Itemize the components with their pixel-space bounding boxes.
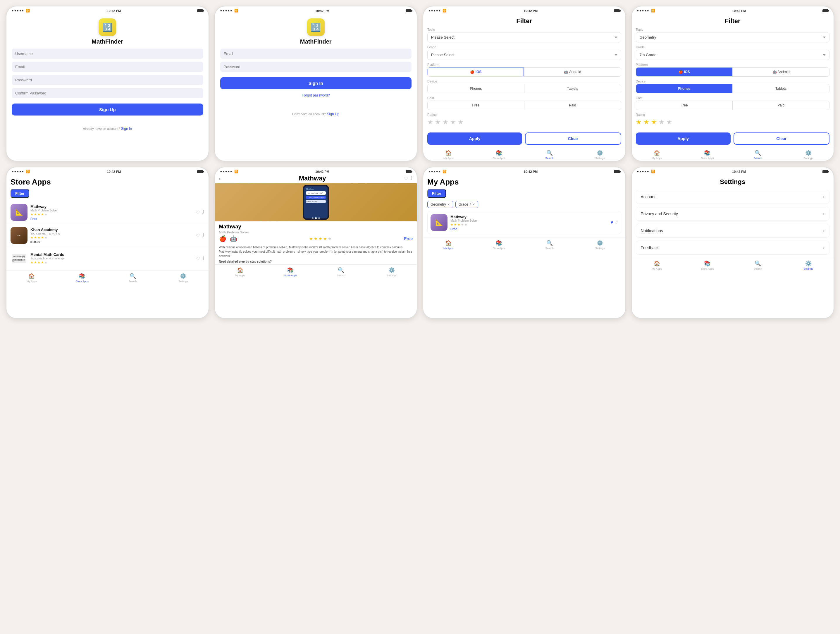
phones-toggle-2[interactable]: Phones (636, 84, 733, 93)
nav-settings-label-store: Settings (178, 280, 188, 283)
phones-toggle-1[interactable]: Phones (428, 84, 524, 93)
nav-myapps-settings[interactable]: 🏠 My Apps (632, 260, 682, 270)
grade7-tag-close[interactable]: ✕ (472, 203, 475, 207)
nav-search-detail[interactable]: 🔍 Search (316, 267, 366, 277)
nav-search-myapps[interactable]: 🔍 Search (524, 240, 575, 250)
star-2-5[interactable]: ★ (666, 118, 672, 126)
bottom-nav-filter1: 🏠 My Apps 📚 Store Apps 🔍 Search ⚙️ Setti… (423, 147, 625, 161)
geometry-tag-close[interactable]: ✕ (447, 203, 450, 207)
nav-settings-detail[interactable]: ⚙️ Settings (366, 267, 417, 277)
nav-myapps-myapps[interactable]: 🏠 My Apps (423, 240, 474, 250)
star-1-1[interactable]: ★ (427, 118, 433, 126)
grade-select-2[interactable]: 7th Grade Please Select 8th Grade (636, 50, 830, 60)
khan-heart-store[interactable]: ♡ (196, 233, 200, 238)
nav-myapps-detail[interactable]: 🏠 My Apps (215, 267, 265, 277)
list-item: KA Khan Academy You can learn anything ★… (6, 224, 208, 247)
cards-share-store[interactable]: ⤴ (202, 256, 204, 262)
grade-select-1[interactable]: Please Select 7th Grade 8th Grade (427, 50, 621, 60)
free-toggle-1[interactable]: Free (428, 101, 524, 110)
ios-toggle-1[interactable]: 🍎 iOS (428, 68, 524, 76)
detail-heart-top[interactable]: ♡ (404, 176, 408, 181)
nav-settings-filter2[interactable]: ⚙️ Settings (783, 150, 834, 160)
nav-search-store[interactable]: 🔍 Search (107, 273, 158, 283)
settings-account[interactable]: Account › (636, 190, 830, 204)
nav-myapps-filter1[interactable]: 🏠 My Apps (423, 150, 474, 160)
email-input-signup[interactable] (12, 62, 203, 72)
paid-toggle-2[interactable]: Paid (733, 101, 829, 110)
tablets-toggle-2[interactable]: Tablets (733, 84, 829, 93)
settings-notifications[interactable]: Notifications › (636, 224, 830, 238)
nav-settings-myapps[interactable]: ⚙️ Settings (575, 240, 625, 250)
star-2-3[interactable]: ★ (651, 118, 657, 126)
nav-search-label-store: Search (128, 280, 137, 283)
mathway-stars-myapps: ★ ★ ★ ★ ★ (450, 223, 608, 227)
nav-storeapps-detail[interactable]: 📚 Store Apps (265, 267, 316, 277)
topic-select-1[interactable]: Please Select Geometry Algebra (427, 32, 621, 43)
signup-link[interactable]: Sign Up (327, 112, 339, 116)
nav-settings-settings[interactable]: ⚙️ Settings (783, 260, 834, 270)
paid-toggle-1[interactable]: Paid (524, 101, 621, 110)
back-button[interactable]: ‹ (219, 175, 221, 182)
nav-myapps-store[interactable]: 🏠 My Apps (6, 273, 57, 283)
settings-privacy[interactable]: Privacy and Security › (636, 207, 830, 221)
nav-storeapps-settings[interactable]: 📚 Store Apps (682, 260, 733, 270)
star-2-2[interactable]: ★ (643, 118, 649, 126)
forgot-password-link[interactable]: Forgot password? (302, 93, 330, 98)
cards-heart-store[interactable]: ♡ (196, 256, 200, 262)
tablets-toggle-1[interactable]: Tablets (524, 84, 621, 93)
email-input-signin[interactable] (220, 49, 412, 59)
ios-toggle-2[interactable]: 🍎 iOS (636, 68, 733, 76)
username-input[interactable] (12, 49, 203, 59)
platform-section-2: Platform 🍎 iOS 🤖 Android (632, 63, 834, 77)
nav-myapps-icon-detail: 🏠 (237, 267, 243, 273)
settings-feedback[interactable]: Feedback › (636, 241, 830, 255)
nav-myapps-filter2[interactable]: 🏠 My Apps (632, 150, 682, 160)
clear-button-2[interactable]: Clear (734, 132, 829, 145)
android-toggle-1[interactable]: 🤖 Android (524, 68, 621, 76)
nav-myapps-icon-settings: 🏠 (654, 260, 660, 267)
star-d4: ★ (323, 236, 327, 241)
star-1-3[interactable]: ★ (442, 118, 448, 126)
store-filter-button[interactable]: Filter (11, 189, 29, 198)
android-toggle-2[interactable]: 🤖 Android (733, 68, 829, 76)
cost-label-2: Cost (636, 96, 830, 100)
nav-storeapps-label-myapps: Store Apps (493, 247, 505, 250)
nav-storeapps-filter1[interactable]: 📚 Store Apps (474, 150, 524, 160)
mathway-share-store[interactable]: ⤴ (202, 210, 204, 215)
free-toggle-2[interactable]: Free (636, 101, 733, 110)
geometry-filter-tag[interactable]: Geometry ✕ (427, 201, 453, 208)
signal-dots-4: ●●●●● 🛜 (637, 9, 656, 13)
signup-button[interactable]: Sign Up (12, 104, 203, 115)
star-1-2[interactable]: ★ (435, 118, 441, 126)
apply-button-2[interactable]: Apply (636, 132, 731, 145)
password-input-signin[interactable] (220, 62, 412, 72)
nav-search-filter2[interactable]: 🔍 Search (733, 150, 783, 160)
grade7-filter-tag[interactable]: Grade 7 ✕ (455, 201, 478, 208)
apply-button-1[interactable]: Apply (427, 132, 522, 145)
signin-link[interactable]: Sign In (121, 127, 132, 131)
mathway-share-myapps[interactable]: ⤴ (616, 220, 618, 225)
nav-storeapps-myapps[interactable]: 📚 Store Apps (474, 240, 524, 250)
nav-search-filter1[interactable]: 🔍 Search (524, 150, 575, 160)
my-apps-filter-button[interactable]: Filter (427, 189, 446, 198)
topic-select-2[interactable]: Geometry Please Select Algebra (636, 32, 830, 43)
nav-storeapps-label-filter1: Store Apps (493, 157, 505, 160)
star-2-4[interactable]: ★ (658, 118, 665, 126)
nav-storeapps-store[interactable]: 📚 Store Apps (57, 273, 107, 283)
confirm-password-input[interactable] (12, 88, 203, 98)
star-1-5[interactable]: ★ (458, 118, 464, 126)
khan-sub-store: You can learn anything (30, 232, 193, 235)
nav-storeapps-filter2[interactable]: 📚 Store Apps (682, 150, 733, 160)
mathway-heart-store[interactable]: ♡ (196, 210, 200, 215)
nav-search-settings[interactable]: 🔍 Search (733, 260, 783, 270)
password-input-signup[interactable] (12, 75, 203, 85)
signin-button[interactable]: Sign In (220, 77, 412, 89)
nav-settings-store[interactable]: ⚙️ Settings (158, 273, 208, 283)
mathway-heart-myapps[interactable]: ♥ (610, 220, 613, 225)
star-2-1[interactable]: ★ (636, 118, 642, 126)
clear-button-1[interactable]: Clear (525, 132, 621, 145)
khan-share-store[interactable]: ⤴ (202, 233, 204, 238)
detail-share-top[interactable]: ⤴ (411, 176, 413, 181)
nav-settings-filter1[interactable]: ⚙️ Settings (575, 150, 625, 160)
star-1-4[interactable]: ★ (450, 118, 456, 126)
